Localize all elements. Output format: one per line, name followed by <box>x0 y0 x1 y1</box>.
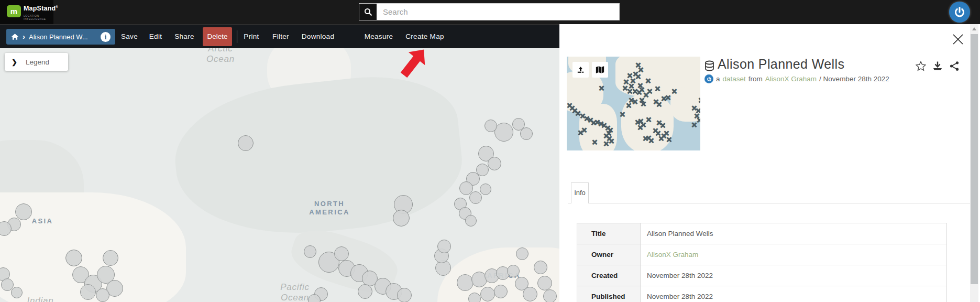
well-cluster-circle[interactable] <box>304 245 316 258</box>
chevron-right-icon: ❯ <box>12 58 17 66</box>
panel-scrollbar[interactable] <box>970 24 978 302</box>
well-cluster-circle[interactable] <box>480 184 491 195</box>
well-cluster-circle[interactable] <box>80 284 96 300</box>
dataset-thumbnail-map[interactable]: ✕✕✕✕✕✕✕✕✕✕✕✕✕✕✕✕✕✕✕✕✕✕✕✕✕✕✕✕✕✕✕✕✕✕✕✕✕✕✕✕… <box>567 57 700 150</box>
dataset-x-marker: ✕ <box>665 94 671 101</box>
print-button[interactable]: Print <box>244 25 259 48</box>
dataset-detail-panel: ✕✕✕✕✕✕✕✕✕✕✕✕✕✕✕✕✕✕✕✕✕✕✕✕✕✕✕✕✕✕✕✕✕✕✕✕✕✕✕✕… <box>559 24 980 302</box>
legend-panel[interactable]: ❯ Legend <box>5 53 68 71</box>
breadcrumb-label: Alison Planned W... <box>29 33 88 41</box>
well-cluster-circle[interactable] <box>334 246 349 261</box>
row-value: November 28th 2022 <box>641 286 946 302</box>
share-button[interactable]: Share <box>174 25 194 48</box>
toolbar-divider <box>237 30 237 43</box>
well-cluster-circle[interactable] <box>469 191 482 204</box>
brand-name: MapStand® <box>24 5 58 12</box>
power-icon <box>953 6 966 18</box>
tab-info[interactable]: Info <box>571 182 589 203</box>
close-icon[interactable] <box>951 33 965 46</box>
well-cluster-circle[interactable] <box>358 284 372 299</box>
mapstand-logo[interactable]: m MapStand® LOCATION INTELLIGENCE <box>0 0 53 24</box>
dataset-x-marker: ✕ <box>645 78 651 84</box>
well-cluster-circle[interactable] <box>15 203 32 220</box>
share-icon[interactable] <box>949 61 960 71</box>
well-cluster-circle[interactable] <box>523 287 537 301</box>
dataset-x-marker: ✕ <box>603 141 609 147</box>
well-cluster-circle[interactable] <box>393 210 410 226</box>
well-cluster-circle[interactable] <box>520 127 533 140</box>
breadcrumb[interactable]: › Alison Planned W... i <box>6 29 115 45</box>
dataset-x-marker: ✕ <box>646 116 652 123</box>
well-cluster-circle[interactable] <box>516 247 528 260</box>
dataset-link[interactable]: dataset <box>723 75 746 83</box>
well-cluster-circle[interactable] <box>507 265 520 277</box>
dataset-x-marker: ✕ <box>592 139 598 146</box>
well-cluster-circle[interactable] <box>457 274 474 291</box>
well-cluster-circle[interactable] <box>238 135 254 151</box>
dataset-x-marker: ✕ <box>626 102 632 109</box>
well-cluster-circle[interactable] <box>397 288 412 302</box>
byline-connector: from <box>748 75 763 83</box>
measure-button[interactable]: Measure <box>365 25 393 48</box>
well-cluster-circle[interactable] <box>0 221 12 236</box>
row-label: Published <box>577 286 641 302</box>
well-cluster-circle[interactable] <box>485 120 497 132</box>
map-canvas[interactable]: ArcticOcean NORTHAMERICA ASIA AFRICA Pac… <box>0 48 559 302</box>
well-cluster-circle[interactable] <box>494 123 513 142</box>
well-cluster-circle[interactable] <box>468 293 481 302</box>
search-input[interactable] <box>377 4 619 20</box>
dataset-x-marker: ✕ <box>655 85 660 92</box>
logout-button[interactable] <box>949 2 970 23</box>
search-icon <box>364 8 372 16</box>
scrollbar-thumb[interactable] <box>971 34 978 284</box>
byline-prefix: a <box>716 75 720 83</box>
download-icon[interactable] <box>932 61 943 71</box>
well-cluster-circle[interactable] <box>494 285 508 298</box>
well-cluster-circle[interactable] <box>465 215 477 226</box>
row-label: Owner <box>577 244 641 265</box>
well-cluster-circle[interactable] <box>96 288 109 302</box>
dataset-x-marker: ✕ <box>578 130 583 136</box>
well-cluster-circle[interactable] <box>488 157 501 170</box>
dataset-title: Alison Planned Wells <box>718 57 844 72</box>
dataset-x-marker: ✕ <box>648 137 654 144</box>
dataset-x-marker: ✕ <box>637 124 643 131</box>
info-table: Title Alison Planned Wells Owner AlisonX… <box>577 223 947 302</box>
dataset-type-icon <box>704 74 713 83</box>
filter-button[interactable]: Filter <box>272 25 289 48</box>
chevron-right-icon: › <box>23 33 25 40</box>
well-cluster-circle[interactable] <box>103 250 118 266</box>
dataset-x-marker: ✕ <box>641 101 646 107</box>
well-cluster-circle[interactable] <box>437 240 451 253</box>
favorite-star-icon[interactable] <box>916 61 926 71</box>
edit-button[interactable]: Edit <box>149 25 162 48</box>
top-bar: m MapStand® LOCATION INTELLIGENCE <box>0 0 980 24</box>
well-cluster-circle[interactable] <box>480 287 495 301</box>
owner-link[interactable]: AlisonX Graham <box>765 75 817 83</box>
info-icon[interactable]: i <box>101 32 111 42</box>
well-cluster-circle[interactable] <box>537 276 552 290</box>
upload-button[interactable] <box>572 62 589 78</box>
well-cluster-circle[interactable] <box>534 261 547 274</box>
delete-button[interactable]: Delete <box>203 27 232 46</box>
dataset-x-marker: ✕ <box>671 88 677 95</box>
save-button[interactable]: Save <box>121 25 138 48</box>
row-value-owner-link[interactable]: AlisonX Graham <box>641 244 946 265</box>
well-cluster-circle[interactable] <box>543 289 557 302</box>
row-value: Alison Planned Wells <box>641 223 946 244</box>
create-map-button[interactable]: Create Map <box>405 25 444 48</box>
dataset-x-marker: ✕ <box>698 97 700 104</box>
table-row: Title Alison Planned Wells <box>577 223 946 244</box>
well-cluster-circle[interactable] <box>11 287 23 298</box>
basemap-button[interactable] <box>592 62 608 78</box>
dataset-icon <box>704 60 714 72</box>
search-bar <box>359 3 620 20</box>
search-button[interactable] <box>359 4 377 20</box>
well-cluster-circle[interactable] <box>65 250 82 266</box>
brand-tagline: LOCATION INTELLIGENCE <box>24 14 53 20</box>
map-toolbar: › Alison Planned W... i Save Edit Share … <box>0 25 559 48</box>
scroll-up-icon[interactable] <box>972 27 976 30</box>
download-button[interactable]: Download <box>302 25 334 48</box>
home-icon <box>11 33 19 40</box>
row-label: Title <box>577 223 641 244</box>
